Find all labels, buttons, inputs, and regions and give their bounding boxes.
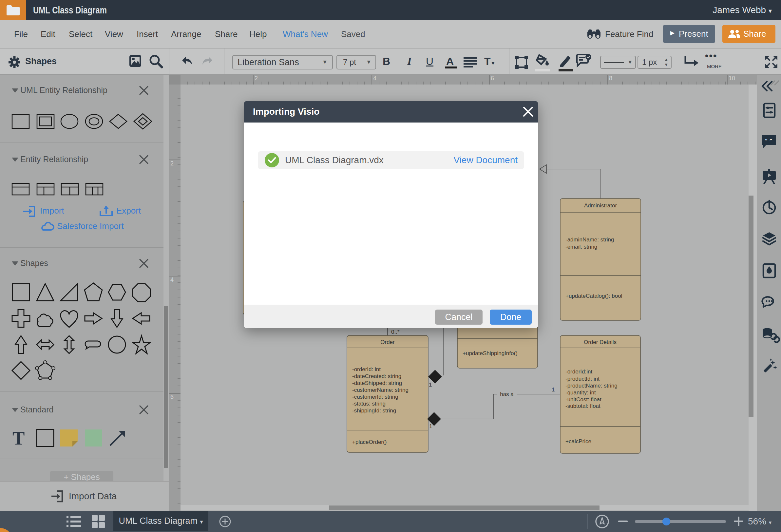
svg-text:1: 1 — [552, 386, 554, 393]
svg-text:-dateCreated: string: -dateCreated: string — [352, 373, 401, 379]
svg-text:Order Details: Order Details — [584, 339, 617, 345]
svg-text:has a: has a — [500, 391, 514, 397]
svg-text:-orderId:int: -orderId:int — [566, 369, 592, 375]
svg-text:+updateCatalog(): bool: +updateCatalog(): bool — [566, 293, 622, 299]
svg-text:”: ” — [770, 138, 772, 143]
svg-text:-unitCost: float: -unitCost: float — [566, 396, 602, 403]
svg-text:1: 1 — [429, 423, 432, 429]
svg-text:0..*: 0..* — [391, 329, 400, 335]
svg-text:-productId: int: -productId: int — [566, 376, 600, 382]
svg-text:Order: Order — [380, 339, 395, 345]
svg-text:-email: string: -email: string — [566, 244, 597, 250]
svg-text:-dateShipped: string: -dateShipped: string — [352, 380, 402, 386]
svg-text:”: ” — [765, 138, 768, 143]
svg-text:Administrator: Administrator — [584, 202, 617, 209]
svg-text:+placeOrder(): +placeOrder() — [352, 439, 386, 445]
svg-text:+calcPrice: +calcPrice — [566, 438, 591, 445]
svg-text:-productName: string: -productName: string — [566, 383, 618, 389]
svg-text:-status: string: -status: string — [352, 401, 385, 407]
svg-text:-customerId: string: -customerId: string — [352, 394, 398, 400]
svg-text:-subtotal: float: -subtotal: float — [566, 403, 601, 409]
svg-text:-shippingId: string: -shippingId: string — [352, 408, 396, 414]
svg-text:-adminName: string: -adminName: string — [566, 237, 614, 243]
svg-text:+updateShippingInfo(): +updateShippingInfo() — [462, 350, 518, 357]
svg-text:-quantity: int: -quantity: int — [566, 390, 596, 396]
svg-text:-orderId: int: -orderId: int — [352, 366, 381, 372]
svg-text:-customerName: string: -customerName: string — [352, 387, 409, 393]
svg-text:1: 1 — [429, 382, 432, 388]
